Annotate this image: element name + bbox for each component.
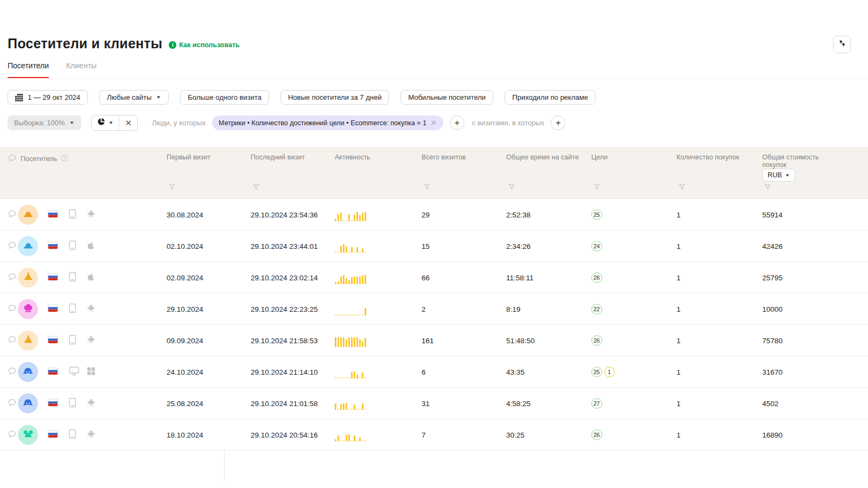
goal-badge[interactable]: 24 xyxy=(591,241,602,251)
filter-funnel-icon[interactable] xyxy=(508,183,515,192)
segment-clear-button[interactable]: ✕ xyxy=(119,115,137,130)
column-header-purchases[interactable]: Количество покупок xyxy=(676,153,758,161)
phone-icon xyxy=(69,240,76,252)
help-question-icon[interactable]: ? xyxy=(61,155,68,163)
column-header-visitor[interactable]: Посетитель xyxy=(21,155,57,163)
first-visit-cell: 24.10.2024 xyxy=(167,368,203,376)
filter-button-4[interactable]: Мобильные посетители xyxy=(400,90,493,105)
column-header-visits[interactable]: Всего визитов xyxy=(422,153,503,161)
goal-badge[interactable]: 27 xyxy=(591,398,602,408)
column-header-activity[interactable]: Активность xyxy=(335,153,416,161)
activity-zero-mark xyxy=(348,314,350,316)
sampling-dropdown[interactable]: Выборка: 100% ▼ xyxy=(8,115,81,130)
visitor-avatar[interactable] xyxy=(18,425,38,445)
comment-icon[interactable] xyxy=(8,367,17,377)
filter-funnel-icon[interactable] xyxy=(679,183,685,192)
visitor-avatar[interactable] xyxy=(18,204,38,224)
activity-zero-mark xyxy=(365,252,366,253)
comment-icon[interactable] xyxy=(8,398,17,409)
visitor-avatar[interactable] xyxy=(18,299,38,319)
comment-icon[interactable] xyxy=(8,304,17,314)
column-header-time[interactable]: Общее время на сайте xyxy=(506,153,588,161)
table-row[interactable]: 18.10.202429.10.2024 20:54:16730:2526116… xyxy=(0,419,868,451)
close-icon[interactable]: ✕ xyxy=(431,119,437,127)
column-header-last[interactable]: Последний визит xyxy=(251,153,332,161)
visit-condition-label: с визитами, в которых xyxy=(472,119,544,127)
comment-icon[interactable] xyxy=(8,335,17,346)
purchases-value-cell: 75780 xyxy=(762,336,783,344)
segment-chart-dropdown[interactable]: ▼ xyxy=(92,115,119,130)
table-row[interactable]: 25.08.202429.10.2024 21:01:58314:58:2527… xyxy=(0,388,868,419)
feedback-button[interactable] xyxy=(833,36,851,53)
activity-bar xyxy=(337,435,339,441)
activity-zero-mark xyxy=(340,377,342,378)
tab-visitors[interactable]: Посетители xyxy=(8,61,49,79)
goal-badge[interactable]: 22 xyxy=(591,304,602,314)
total-time-cell: 2:52:38 xyxy=(506,210,531,219)
filter-button-5[interactable]: Приходили по рекламе xyxy=(505,90,596,105)
comment-icon[interactable] xyxy=(8,241,17,252)
first-visit-cell: 25.08.2024 xyxy=(167,399,203,407)
activity-sparkline xyxy=(335,208,366,221)
filter-funnel-icon[interactable] xyxy=(764,183,771,192)
add-people-condition-button[interactable]: + xyxy=(450,115,464,130)
goal-badge[interactable]: 25 xyxy=(591,209,602,220)
filter-button-2[interactable]: Больше одного визита xyxy=(180,90,269,105)
activity-bar xyxy=(348,280,350,284)
activity-bar xyxy=(351,372,353,378)
filter-button-3[interactable]: Новые посетители за 7 дней xyxy=(280,90,389,105)
goal-badge[interactable]: 1 xyxy=(604,367,615,377)
filter-funnel-icon[interactable] xyxy=(253,183,259,192)
visitor-avatar[interactable] xyxy=(18,330,38,350)
filter-funnel-icon[interactable] xyxy=(424,183,430,192)
activity-zero-mark xyxy=(354,314,355,316)
visitor-avatar[interactable] xyxy=(18,236,38,256)
activity-zero-mark xyxy=(343,440,344,441)
table-row[interactable]: 30.08.202429.10.2024 23:54:36292:52:3825… xyxy=(0,199,868,230)
add-visit-condition-button[interactable]: + xyxy=(551,115,565,130)
comment-icon[interactable] xyxy=(8,272,17,283)
last-visit-cell: 29.10.2024 21:58:53 xyxy=(251,336,318,344)
segment-chip[interactable]: Метрики • Количество достижений цели • E… xyxy=(212,115,443,130)
activity-bar xyxy=(362,213,363,221)
activity-zero-mark xyxy=(365,409,366,410)
goal-badge[interactable]: 26 xyxy=(591,335,602,345)
comment-icon[interactable] xyxy=(8,209,17,220)
filter-button-1[interactable]: Любые сайты▼ xyxy=(99,90,169,105)
activity-bar xyxy=(359,215,361,221)
currency-label: RUB xyxy=(768,171,782,179)
visitor-avatar[interactable] xyxy=(18,362,38,382)
visitor-avatar[interactable] xyxy=(18,393,38,413)
goal-badge[interactable]: 25 xyxy=(591,367,602,377)
table-row[interactable]: 02.09.202429.10.2024 23:02:146611:58:112… xyxy=(0,262,868,293)
purchases-value-cell: 42426 xyxy=(762,242,783,250)
activity-zero-mark xyxy=(335,377,336,378)
activity-sparkline xyxy=(335,397,366,410)
table-row[interactable]: 09.09.202429.10.2024 21:58:5316151:48:50… xyxy=(0,325,868,356)
filter-funnel-icon[interactable] xyxy=(169,183,175,192)
table-row[interactable]: 24.10.202429.10.2024 21:14:10643:3525113… xyxy=(0,356,868,388)
currency-dropdown[interactable]: RUB▼ xyxy=(762,169,795,182)
goal-badge[interactable]: 26 xyxy=(591,272,602,282)
android-icon xyxy=(87,335,95,346)
help-link[interactable]: i Как использовать xyxy=(169,41,239,49)
table-row[interactable]: 02.10.202429.10.2024 23:44:01152:34:2624… xyxy=(0,230,868,262)
filter-funnel-icon[interactable] xyxy=(593,183,600,192)
activity-bar xyxy=(362,403,363,410)
tab-clients[interactable]: Клиенты xyxy=(66,61,97,79)
activity-zero-mark xyxy=(337,252,339,253)
column-header-value[interactable]: Общая стоимостьпокупок xyxy=(762,153,844,169)
column-header-goals[interactable]: Цели xyxy=(591,153,673,161)
filter-button-0[interactable]: 1 — 29 окт 2024 xyxy=(8,90,88,105)
goals-cell: 251 xyxy=(591,367,615,377)
goal-badge[interactable]: 26 xyxy=(591,429,602,440)
column-header-first[interactable]: Первый визит xyxy=(167,153,248,161)
visitor-avatar[interactable] xyxy=(18,267,38,287)
filter-button-label: Любые сайты xyxy=(107,93,151,101)
purchases-value-cell: 55914 xyxy=(762,210,783,219)
purchases-count-cell: 1 xyxy=(676,336,681,344)
activity-bar xyxy=(337,337,339,347)
table-row[interactable]: 29.10.202429.10.2024 22:23:2528:19221100… xyxy=(0,293,868,325)
total-visits-cell: 7 xyxy=(422,431,426,439)
comment-icon[interactable] xyxy=(8,429,17,440)
